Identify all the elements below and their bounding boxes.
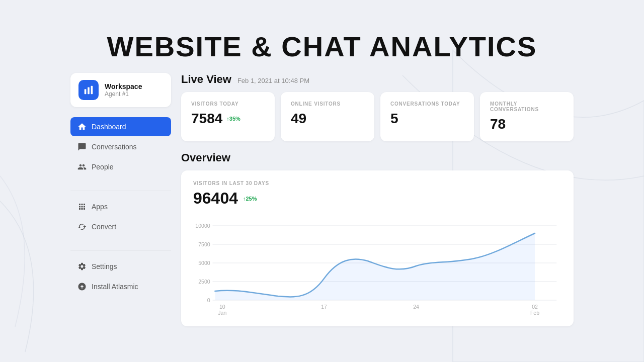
- stat-badge-0: ↑35%: [226, 116, 240, 122]
- apps-icon: [77, 202, 87, 211]
- sidebar-label-people: People: [92, 163, 114, 171]
- stat-value-0: 7584: [191, 111, 222, 127]
- svg-text:17: 17: [321, 304, 327, 310]
- overview-section: Overview VISITORS IN LAST 30 DAYS 96404 …: [181, 151, 574, 326]
- page-title: WEBSITE & CHAT ANALYTICS: [0, 30, 644, 63]
- svg-rect-1: [88, 87, 90, 95]
- stat-value-row-3: 78: [490, 116, 564, 132]
- stat-label-1: ONLINE VISITORS: [291, 101, 364, 107]
- svg-text:5000: 5000: [198, 260, 210, 266]
- workspace-agent: Agent #1: [105, 90, 142, 98]
- svg-rect-0: [85, 89, 87, 94]
- overview-stat-value: 96404: [193, 189, 238, 208]
- nav-divider-1: [70, 191, 171, 191]
- sidebar-item-people[interactable]: People: [70, 157, 171, 176]
- live-view-title: Live View: [181, 73, 231, 86]
- people-icon: [77, 162, 87, 171]
- svg-text:7500: 7500: [198, 241, 210, 247]
- stat-value-row-1: 49: [291, 111, 364, 127]
- svg-text:10000: 10000: [195, 223, 210, 229]
- sidebar-item-conversations[interactable]: Conversations: [70, 137, 171, 156]
- svg-text:0: 0: [207, 297, 210, 303]
- workspace-info: Workspace Agent #1: [105, 82, 142, 98]
- svg-text:Jan: Jan: [218, 310, 226, 316]
- sidebar-item-install[interactable]: Install Atlasmic: [70, 277, 171, 296]
- stat-card-online-visitors: ONLINE VISITORS 49: [281, 92, 374, 141]
- live-view-header: Live View Feb 1, 2021 at 10:48 PM: [181, 73, 574, 86]
- overview-header: Overview: [181, 151, 574, 164]
- stat-value-3: 78: [490, 116, 506, 132]
- sidebar-label-conversations: Conversations: [92, 143, 137, 151]
- nav-divider-2: [70, 250, 171, 251]
- live-view-timestamp: Feb 1, 2021 at 10:48 PM: [237, 77, 309, 84]
- stat-card-monthly-conversations: MONTHLY CONVERSATIONS 78: [480, 92, 574, 141]
- svg-text:Feb: Feb: [530, 310, 539, 316]
- stat-card-conversations-today: CONVERSATIONS TODAY 5: [380, 92, 474, 141]
- sidebar: Workspace Agent #1 Dashboard Conversatio…: [70, 73, 171, 362]
- svg-text:10: 10: [219, 304, 225, 310]
- overview-card: VISITORS IN LAST 30 DAYS 96404 ↑25% 10: [181, 170, 574, 326]
- main-content: Live View Feb 1, 2021 at 10:48 PM VISITO…: [181, 73, 574, 362]
- sidebar-label-settings: Settings: [92, 262, 117, 270]
- stat-label-0: VISITORS TODAY: [191, 101, 265, 107]
- stat-value-2: 5: [390, 111, 398, 127]
- workspace-card[interactable]: Workspace Agent #1: [70, 73, 171, 107]
- nav-secondary: Apps Convert: [70, 197, 171, 236]
- sidebar-item-apps[interactable]: Apps: [70, 197, 171, 216]
- stat-card-visitors-today: VISITORS TODAY 7584 ↑35%: [181, 92, 275, 141]
- svg-text:24: 24: [413, 304, 419, 310]
- settings-icon: [77, 262, 87, 271]
- sidebar-label-install: Install Atlasmic: [92, 283, 138, 291]
- sidebar-label-dashboard: Dashboard: [92, 123, 126, 131]
- nav-primary: Dashboard Conversations People: [70, 117, 171, 176]
- stats-grid: VISITORS TODAY 7584 ↑35% ONLINE VISITORS…: [181, 92, 574, 141]
- overview-title: Overview: [181, 151, 230, 164]
- sidebar-label-convert: Convert: [92, 223, 116, 231]
- workspace-icon: [78, 80, 99, 100]
- install-icon: [77, 282, 87, 291]
- stat-label-3: MONTHLY CONVERSATIONS: [490, 101, 564, 112]
- overview-stat-value-row: 96404 ↑25%: [193, 189, 561, 208]
- sidebar-item-dashboard[interactable]: Dashboard: [70, 117, 171, 136]
- workspace-name: Workspace: [105, 82, 142, 90]
- svg-rect-2: [91, 86, 93, 95]
- chart-svg: 10000 7500 5000 2500 0 10 Jan 17 24: [193, 216, 561, 316]
- overview-stat-label: VISITORS IN LAST 30 DAYS: [193, 180, 561, 186]
- sidebar-item-convert[interactable]: Convert: [70, 217, 171, 236]
- stat-label-2: CONVERSATIONS TODAY: [390, 101, 464, 107]
- nav-bottom: Settings Install Atlasmic: [70, 257, 171, 296]
- svg-text:02: 02: [532, 304, 538, 310]
- stat-value-row-0: 7584 ↑35%: [191, 111, 265, 127]
- chart-container: 10000 7500 5000 2500 0 10 Jan 17 24: [193, 216, 561, 316]
- sidebar-item-settings[interactable]: Settings: [70, 257, 171, 276]
- sidebar-label-apps: Apps: [92, 203, 108, 211]
- overview-stat-badge: ↑25%: [243, 196, 257, 202]
- chat-icon: [77, 142, 87, 151]
- home-icon: [77, 122, 87, 131]
- stat-value-1: 49: [291, 111, 306, 127]
- svg-text:2500: 2500: [198, 279, 210, 285]
- live-view-section: Live View Feb 1, 2021 at 10:48 PM VISITO…: [181, 73, 574, 141]
- main-layout: Workspace Agent #1 Dashboard Conversatio…: [0, 73, 644, 362]
- convert-icon: [77, 222, 87, 231]
- stat-value-row-2: 5: [390, 111, 464, 127]
